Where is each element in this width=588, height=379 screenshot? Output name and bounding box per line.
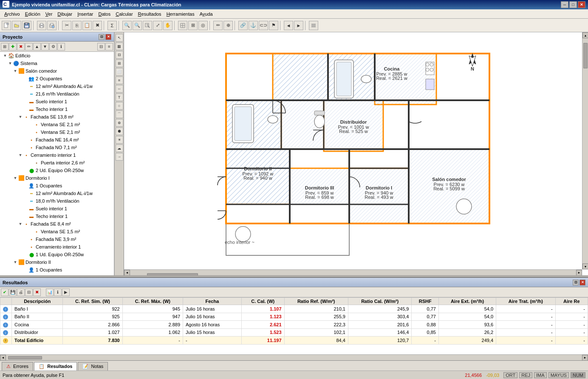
expand-sistema[interactable]: ▼ [8, 61, 13, 65]
tb-connect[interactable]: ⊂⊃ [259, 21, 268, 30]
tb-layers[interactable] [309, 21, 318, 30]
res-scroll-right[interactable]: ► [582, 355, 588, 361]
col-at[interactable]: Aire Trat. (m³/h) [496, 298, 556, 305]
maximize-button[interactable]: □ [569, 1, 577, 8]
tree-down[interactable]: ▼ [41, 43, 49, 51]
tb-zoom-out[interactable]: 🔍 [133, 21, 142, 30]
tree-dorm1-cerr[interactable]: ▪ Cerramiento interior 1 [0, 243, 114, 251]
expand-fachada-se[interactable]: ▼ [18, 115, 23, 119]
tb-link[interactable]: 🔗 [238, 21, 248, 30]
expand-dorm1[interactable]: ▼ [13, 176, 18, 180]
tb-zoom-window[interactable]: + [143, 21, 152, 30]
tree-dorm1-vent[interactable]: ━ 18,0 m³/h Ventilación [0, 197, 114, 205]
results-next[interactable]: ▶ [62, 288, 70, 296]
panel-close-button[interactable]: ✕ [105, 34, 111, 40]
panel-float-button[interactable]: ⊡ [99, 34, 105, 40]
lsb-window[interactable]: ⊞ [116, 59, 123, 67]
tb-hand[interactable]: ✋ [163, 21, 172, 30]
tree-delete[interactable]: ✖ [17, 43, 25, 51]
lsb-pipe[interactable]: ⌒ [116, 110, 123, 118]
lsb-sun[interactable]: ☀ [116, 136, 123, 144]
tree-ventana-se-1[interactable]: ▪ Ventana SE 2,1 m² [0, 121, 114, 128]
expand-edificio[interactable]: ▼ [3, 54, 8, 58]
tree-fachada-ne[interactable]: ▪ Fachada NE 16,4 m² [0, 136, 114, 144]
tree-dormitorio-1[interactable]: ▼ 🟧 Dormitorio I [0, 174, 114, 182]
tree-salon-ocupantes[interactable]: 👥 2 Ocupantes [0, 75, 114, 82]
lsb-room[interactable]: ⬜ [116, 68, 123, 76]
mode-ort[interactable]: ORT [503, 372, 517, 378]
menu-calcular[interactable]: Calcular [113, 11, 135, 17]
results-print[interactable]: 🖨 [17, 288, 25, 296]
lsb-cloud[interactable]: ☁ [116, 144, 123, 152]
tb-zoom-in[interactable]: 🔍 [122, 21, 132, 30]
tree-up[interactable]: ▲ [33, 43, 41, 51]
tb-flag[interactable]: ⚑ [269, 21, 278, 30]
tb-print[interactable] [37, 21, 46, 30]
tb-arrow-right[interactable]: ► [294, 21, 303, 30]
mode-mayus[interactable]: MAYUS [548, 372, 569, 378]
tree-dorm1-alum[interactable]: ━ 12 w/m² Alumbrado AL-i/1w [0, 190, 114, 197]
lsb-equip[interactable]: ○ [116, 102, 123, 110]
results-float-button[interactable]: ⊡ [573, 280, 579, 286]
lsb-select[interactable]: ↖ [116, 34, 123, 42]
results-check[interactable]: ✔ [1, 288, 8, 296]
tree-salon-suelo[interactable]: ▬ Suelo interior 1 [0, 98, 114, 105]
tree-dorm2-ocup[interactable]: 👤 1 Ocupantes [0, 266, 114, 274]
tree-dorm1-techo[interactable]: ▬ Techo interior 1 [0, 212, 114, 220]
lsb-text[interactable]: T [116, 93, 123, 101]
tree-dorm1-ocup[interactable]: 👤 1 Ocupantes [0, 182, 114, 190]
tb-grid[interactable] [178, 21, 187, 30]
lsb-plant[interactable]: ⊕ [116, 119, 123, 127]
menu-resultados[interactable]: Resultados [136, 11, 164, 17]
tb-grid2[interactable]: ⊞ [188, 21, 198, 30]
drawing-canvas[interactable]: ▲ ▼ ◄ ► [124, 32, 588, 275]
lsb-arrow[interactable]: → [116, 153, 123, 161]
tree-list-view[interactable]: ≡ [105, 43, 113, 51]
scroll-up-button[interactable]: ▲ [582, 32, 588, 38]
table-row[interactable]: i Baño I 922 945 Julio 16 horas 1.107 21… [0, 305, 588, 313]
tree-info[interactable]: ℹ [57, 43, 65, 51]
lsb-person[interactable]: ⚈ [116, 127, 123, 135]
table-row[interactable]: i Cocina 2.866 2.889 Agosto 16 horas 2.6… [0, 321, 588, 329]
tree-dorm1-suelo[interactable]: ▬ Suelo interior 1 [0, 205, 114, 212]
tree-properties[interactable]: ⚙ [49, 43, 57, 51]
tree-dorm1-ventana[interactable]: ▪ Ventana SE 1,5 m² [0, 228, 114, 235]
menu-datos[interactable]: Datos [96, 11, 113, 17]
tree-table-view[interactable]: ⊟ [97, 43, 105, 51]
menu-ver[interactable]: Ver [43, 11, 55, 17]
col-fecha[interactable]: Fecha [183, 298, 242, 305]
menu-herramientas[interactable]: Herramientas [164, 11, 197, 17]
table-row[interactable]: i Baño II 925 947 Julio 16 horas 1.123 2… [0, 313, 588, 321]
tb-arrow-left[interactable]: ◄ [284, 21, 293, 30]
menu-ayuda[interactable]: Ayuda [197, 11, 215, 17]
minimize-button[interactable]: ─ [561, 1, 568, 8]
tree-cerramiento-1[interactable]: ▼ ▪ Cerramiento interior 1 [0, 151, 114, 159]
scroll-thumb-v[interactable] [583, 43, 588, 68]
expand-dorm1-fachada[interactable]: ▼ [18, 222, 23, 226]
tab-errores[interactable]: ⚠ Errores [2, 362, 33, 371]
tb-open[interactable] [12, 21, 21, 30]
tb-cut[interactable]: ✂ [62, 21, 71, 30]
scroll-right-button[interactable]: ► [576, 270, 582, 276]
vertical-scrollbar[interactable]: ▲ ▼ [582, 32, 588, 269]
results-hscrollbar[interactable]: ◄ ► [0, 354, 588, 360]
menu-archivo[interactable]: Archivo [2, 11, 23, 17]
tree-edit[interactable]: ✏ [25, 43, 33, 51]
lsb-stair[interactable]: ≡ [116, 76, 123, 84]
lsb-dim[interactable]: ↔ [116, 85, 123, 93]
menu-edicion[interactable]: Edición [23, 11, 43, 17]
tree-puerta[interactable]: ▪ Puerta interior 2,6 m² [0, 159, 114, 167]
mode-ima[interactable]: IMA [534, 372, 547, 378]
tree-salon-alumbrado[interactable]: ━ 12 w/m² Alumbrado AL-i/1w [0, 82, 114, 90]
lsb-wall[interactable]: ▦ [116, 42, 123, 50]
tb-edit2[interactable]: ⊕ [223, 21, 233, 30]
col-desc[interactable]: Descripción [12, 298, 63, 305]
tree-salon-techo[interactable]: ▬ Techo interior 1 [0, 105, 114, 113]
menu-dibujar[interactable]: Dibujar [55, 11, 75, 17]
scroll-down-button[interactable]: ▼ [582, 263, 588, 269]
expand-cerramiento[interactable]: ▼ [18, 153, 23, 157]
col-crm[interactable]: C. Ref. Máx. (W) [122, 298, 183, 305]
col-rc[interactable]: Ratio Cal. (W/m²) [348, 298, 412, 305]
tree-dorm1-fachada-ne[interactable]: ▪ Fachada NE 3,9 m² [0, 235, 114, 243]
col-rr[interactable]: Ratio Ref. (W/m²) [284, 298, 348, 305]
